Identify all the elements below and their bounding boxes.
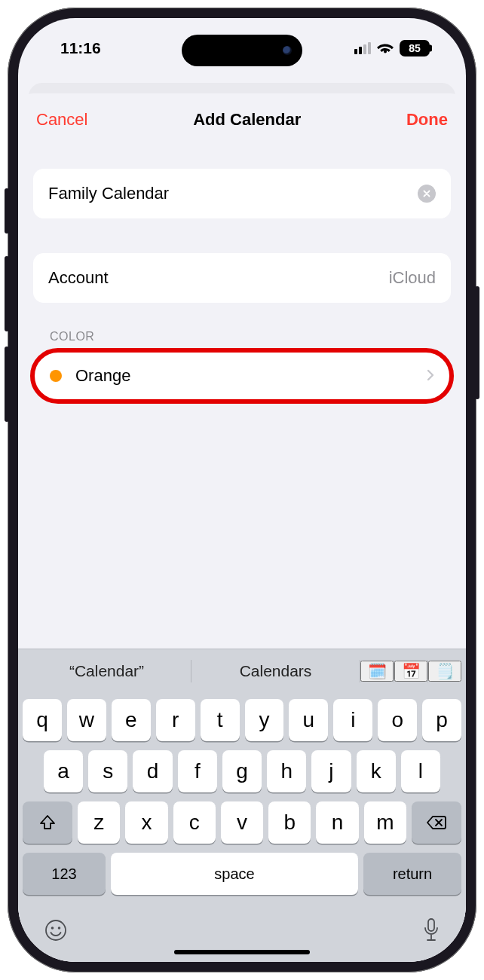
add-calendar-sheet: Cancel Add Calendar Done Account iCloud … [18, 93, 466, 962]
svg-point-2 [58, 927, 61, 930]
kb-row-4: 123 space return [23, 853, 461, 895]
key-w[interactable]: w [67, 699, 106, 741]
power-button [475, 286, 479, 399]
predictive-bar: “Calendar” Calendars 🗓️ 📅 🗒️ [18, 649, 466, 693]
keyboard-rows: qwertyuiop asdfghjkl zxcvbnm 123 space [18, 693, 466, 895]
device-frame: 11:16 85 Cancel Add Calendar Done [8, 8, 476, 972]
suggestion-emoji-3[interactable]: 🗒️ [428, 661, 461, 682]
color-row-highlight: Orange [30, 348, 454, 404]
account-cell[interactable]: Account iCloud [33, 253, 451, 303]
key-n[interactable]: n [316, 801, 358, 844]
key-z[interactable]: z [78, 801, 120, 844]
key-x[interactable]: x [125, 801, 167, 844]
suggestion-2[interactable]: Calendars [191, 662, 360, 680]
cancel-button[interactable]: Cancel [36, 110, 87, 130]
keyboard: “Calendar” Calendars 🗓️ 📅 🗒️ qwertyuiop … [18, 649, 466, 962]
key-k[interactable]: k [357, 750, 396, 792]
return-key[interactable]: return [363, 853, 461, 895]
numbers-key[interactable]: 123 [23, 853, 106, 895]
status-time: 11:16 [60, 39, 101, 57]
page-title: Add Calendar [193, 110, 301, 130]
backspace-key[interactable] [412, 801, 461, 844]
svg-rect-3 [428, 919, 434, 931]
home-indicator[interactable] [174, 950, 310, 954]
key-v[interactable]: v [221, 801, 263, 844]
microphone-icon [422, 917, 440, 943]
key-o[interactable]: o [378, 699, 417, 741]
keyboard-bottom [18, 904, 466, 945]
wifi-icon [377, 42, 394, 54]
key-e[interactable]: e [112, 699, 151, 741]
account-label: Account [48, 268, 109, 288]
key-q[interactable]: q [23, 699, 62, 741]
emoji-icon [44, 918, 68, 942]
kb-row-2: asdfghjkl [23, 750, 461, 792]
key-p[interactable]: p [422, 699, 461, 741]
key-c[interactable]: c [173, 801, 216, 844]
status-right: 85 [354, 40, 430, 56]
svg-point-0 [46, 920, 66, 940]
battery-icon: 85 [400, 40, 430, 56]
chevron-right-icon [427, 366, 434, 386]
calendar-name-input[interactable] [48, 184, 418, 203]
dynamic-island [182, 35, 302, 66]
key-f[interactable]: f [178, 750, 217, 792]
key-t[interactable]: t [201, 699, 240, 741]
emoji-keyboard-button[interactable] [44, 918, 68, 945]
key-y[interactable]: y [245, 699, 284, 741]
account-value: iCloud [389, 268, 436, 288]
key-g[interactable]: g [222, 750, 262, 792]
key-s[interactable]: s [88, 750, 127, 792]
key-j[interactable]: j [311, 750, 351, 792]
color-swatch-icon [50, 370, 62, 382]
silent-switch [5, 188, 9, 234]
key-a[interactable]: a [44, 750, 83, 792]
battery-level: 85 [409, 42, 421, 54]
kb-row-3: zxcvbnm [23, 801, 461, 844]
color-cell[interactable]: Orange [33, 351, 451, 401]
volume-up-button [5, 256, 9, 331]
key-d[interactable]: d [133, 750, 172, 792]
screen: 11:16 85 Cancel Add Calendar Done [18, 18, 466, 962]
suggestion-1[interactable]: “Calendar” [23, 662, 191, 680]
svg-point-1 [51, 927, 54, 930]
shift-icon [38, 814, 57, 832]
color-section-header: COLOR [50, 330, 451, 343]
key-i[interactable]: i [333, 699, 372, 741]
kb-row-1: qwertyuiop [23, 699, 461, 741]
volume-down-button [5, 347, 9, 422]
close-icon [423, 190, 430, 197]
cellular-icon [354, 42, 371, 54]
key-m[interactable]: m [364, 801, 406, 844]
key-u[interactable]: u [289, 699, 328, 741]
color-name: Orange [75, 366, 130, 386]
backspace-icon [426, 814, 447, 831]
calendar-name-cell[interactable] [33, 169, 451, 218]
done-button[interactable]: Done [406, 110, 448, 130]
nav-bar: Cancel Add Calendar Done [18, 93, 466, 146]
clear-text-button[interactable] [418, 185, 436, 203]
form-content: Account iCloud COLOR Orange [18, 146, 466, 404]
key-l[interactable]: l [401, 750, 440, 792]
suggestion-emoji-2[interactable]: 📅 [394, 661, 427, 682]
dictation-button[interactable] [422, 917, 440, 945]
suggestion-emoji-1[interactable]: 🗓️ [360, 661, 394, 682]
key-r[interactable]: r [156, 699, 195, 741]
space-key[interactable]: space [111, 853, 358, 895]
shift-key[interactable] [23, 801, 72, 844]
key-b[interactable]: b [268, 801, 311, 844]
key-h[interactable]: h [267, 750, 306, 792]
